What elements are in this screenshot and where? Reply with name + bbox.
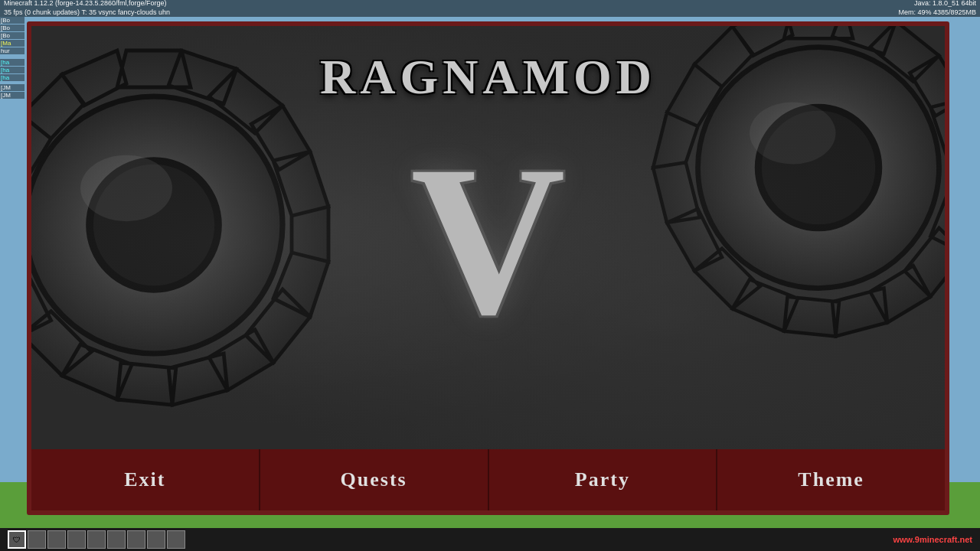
chat-overlay: [Bo [Bo [Bo [Ma hur [ha [ha [ha [JM [JM	[0, 17, 24, 438]
top-bar: Minecraft 1.12.2 (forge-14.23.5.2860/fml…	[0, 0, 980, 17]
svg-point-2	[80, 155, 172, 221]
modal-background: RAGNAMOD V Exit Quests Party Theme	[31, 26, 945, 510]
chat-line: [Bo	[0, 17, 24, 24]
mem-line: Mem: 49% 4385/8925MB	[898, 8, 976, 18]
chat-line: [JM	[0, 92, 24, 99]
fps-line: 35 fps (0 chunk updates) T: 35 vsync fan…	[4, 8, 170, 18]
bottom-bar: 🛡 www.9minecraft.net	[0, 528, 980, 551]
chat-line-yellow: [Ma	[0, 40, 24, 47]
hotbar-slot	[107, 530, 126, 549]
hotbar-slot	[67, 530, 86, 549]
watermark-text: www.9minecraft.net	[893, 535, 972, 544]
hotbar-slot	[167, 530, 185, 549]
top-bar-right: Java: 1.8.0_51 64bit Mem: 49% 4385/8925M…	[898, 0, 976, 18]
hotbar-slot	[127, 530, 145, 549]
hotbar-slot	[47, 530, 66, 549]
chat-line: hur	[0, 47, 24, 54]
version-letter: V	[410, 133, 565, 347]
hotbar-slot-active: 🛡	[8, 530, 26, 549]
theme-button[interactable]: Theme	[717, 449, 945, 510]
gear-right-icon	[646, 26, 945, 340]
party-button[interactable]: Party	[489, 449, 718, 510]
hotbar-slot	[28, 530, 46, 549]
chat-line: [Bo	[0, 32, 24, 39]
hotbar-slot	[147, 530, 165, 549]
java-line: Java: 1.8.0_51 64bit	[898, 0, 976, 8]
exit-button[interactable]: Exit	[31, 449, 260, 510]
modal-wrapper: RAGNAMOD V Exit Quests Party Theme	[27, 21, 949, 515]
top-bar-left: Minecraft 1.12.2 (forge-14.23.5.2860/fml…	[4, 0, 170, 18]
chat-line: [Bo	[0, 24, 24, 31]
quests-button[interactable]: Quests	[260, 449, 489, 510]
hotbar-slot	[87, 530, 106, 549]
chat-line-aqua: [ha	[0, 74, 24, 81]
mc-version-line: Minecraft 1.12.2 (forge-14.23.5.2860/fml…	[4, 0, 170, 8]
svg-point-5	[750, 103, 836, 165]
chat-line-aqua: [ha	[0, 59, 24, 66]
chat-line: [JM	[0, 84, 24, 91]
gear-left-icon	[31, 41, 338, 409]
button-bar: Exit Quests Party Theme	[31, 449, 945, 510]
hotbar: 🛡	[8, 530, 185, 549]
chat-line-aqua: [ha	[0, 67, 24, 73]
game-title: RAGNAMOD	[320, 49, 656, 106]
